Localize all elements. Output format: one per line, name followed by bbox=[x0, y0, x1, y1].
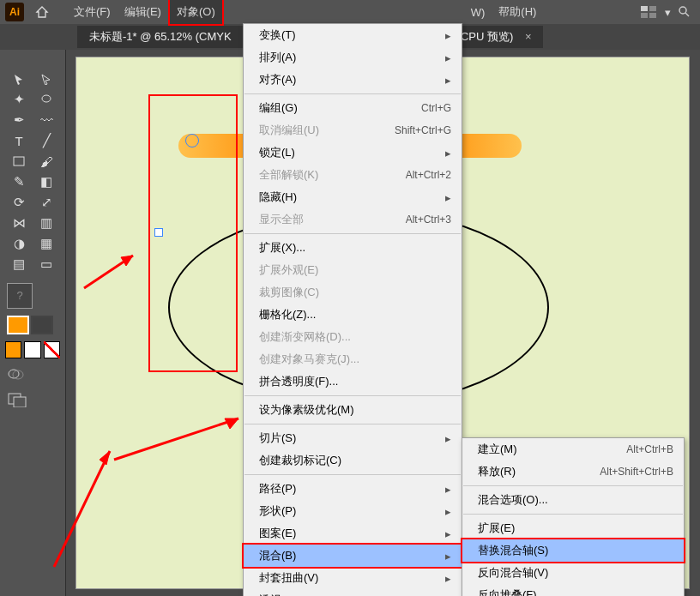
perspective-tool-icon[interactable]: ▦ bbox=[33, 233, 60, 254]
svg-marker-13 bbox=[100, 451, 110, 465]
svg-line-16 bbox=[114, 418, 238, 460]
menu-item[interactable]: 切片(S)▸ bbox=[244, 427, 462, 449]
rotate-tool-icon[interactable]: ⟳ bbox=[5, 192, 33, 213]
gradient-tool-icon[interactable]: ▭ bbox=[33, 254, 60, 274]
submenu-item[interactable]: 反向混合轴(V) bbox=[462, 562, 684, 584]
menu-item-label: 栅格化(Z)... bbox=[259, 307, 316, 322]
shape-builder-tool-icon[interactable]: ◑ bbox=[5, 233, 33, 254]
menu-item[interactable]: 排列(A)▸ bbox=[244, 46, 462, 69]
pen-tool-icon[interactable]: ✒ bbox=[5, 110, 33, 130]
direct-select-tool-icon[interactable] bbox=[33, 69, 60, 89]
color-mode-row bbox=[0, 336, 65, 364]
menu-item-label: 路径(P) bbox=[259, 481, 296, 497]
menu-edit[interactable]: 编辑(E) bbox=[118, 0, 168, 24]
menu-item[interactable]: 路径(P)▸ bbox=[244, 478, 462, 500]
search-icon[interactable] bbox=[678, 5, 691, 19]
menu-file[interactable]: 文件(F) bbox=[67, 0, 118, 24]
eraser-tool-icon[interactable]: ◧ bbox=[33, 172, 60, 192]
submenu-arrow-icon: ▸ bbox=[445, 550, 451, 563]
menu-window-clip[interactable]: W) bbox=[464, 0, 492, 24]
color-gradient-icon[interactable] bbox=[24, 341, 40, 358]
menu-item[interactable]: 设为像素级优化(M) bbox=[244, 399, 462, 421]
submenu-item[interactable]: 建立(M)Alt+Ctrl+B bbox=[462, 438, 684, 461]
svg-rect-11 bbox=[14, 397, 26, 407]
menu-item-label: 编组(G) bbox=[259, 100, 298, 116]
menu-item[interactable]: 对齐(A)▸ bbox=[244, 69, 462, 91]
app-logo: Ai bbox=[5, 3, 24, 21]
svg-point-6 bbox=[42, 95, 51, 102]
menu-item-label: 创建对象马赛克(J)... bbox=[259, 352, 359, 367]
free-transform-tool-icon[interactable]: ▥ bbox=[33, 213, 60, 233]
submenu-item-label: 扩展(E) bbox=[478, 521, 515, 536]
menu-item[interactable]: 混合(B)▸ bbox=[244, 545, 462, 567]
menu-item[interactable]: 创建裁切标记(C) bbox=[244, 449, 462, 472]
fill-swatch[interactable] bbox=[7, 316, 29, 334]
submenu-item[interactable]: 扩展(E) bbox=[462, 517, 684, 539]
menubar: 文件(F) 编辑(E) 对象(O) W) 帮助(H) bbox=[67, 0, 543, 24]
close-icon[interactable]: × bbox=[525, 30, 532, 43]
mesh-tool-icon[interactable]: ▤ bbox=[5, 254, 33, 274]
menu-item[interactable]: 透视(P)▸ bbox=[244, 589, 462, 596]
submenu-item[interactable]: 替换混合轴(S) bbox=[462, 539, 684, 562]
menu-item[interactable]: 扩展(X)... bbox=[244, 237, 462, 259]
workspace-switcher[interactable]: ▾ bbox=[641, 5, 691, 19]
submenu-item-label: 替换混合轴(S) bbox=[478, 543, 548, 558]
app-topbar: Ai 文件(F) 编辑(E) 对象(O) W) 帮助(H) ▾ bbox=[0, 0, 700, 24]
lasso-tool-icon[interactable] bbox=[33, 89, 60, 110]
submenu-arrow-icon: ▸ bbox=[445, 29, 451, 42]
menu-item-label: 显示全部 bbox=[259, 212, 304, 227]
home-icon[interactable] bbox=[33, 3, 51, 21]
shortcut-label: Alt+Ctrl+2 bbox=[406, 169, 451, 181]
submenu-item[interactable]: 释放(R)Alt+Shift+Ctrl+B bbox=[462, 461, 684, 483]
draw-mode-icon[interactable] bbox=[0, 364, 65, 387]
brush-tool-icon[interactable]: 🖌 bbox=[33, 151, 60, 172]
color-none-icon[interactable] bbox=[44, 341, 60, 358]
separator bbox=[244, 424, 461, 424]
submenu-arrow-icon: ▸ bbox=[445, 51, 451, 64]
rectangle-tool-icon[interactable] bbox=[5, 151, 33, 172]
anchor-icon bbox=[154, 228, 163, 237]
color-question-icon[interactable]: ? bbox=[7, 283, 33, 309]
width-tool-icon[interactable]: ⋈ bbox=[5, 213, 33, 233]
type-tool-icon[interactable]: T bbox=[5, 130, 33, 151]
menu-item[interactable]: 拼合透明度(F)... bbox=[244, 370, 462, 393]
magic-wand-tool-icon[interactable]: ✦ bbox=[5, 89, 33, 110]
menu-item[interactable]: 锁定(L)▸ bbox=[244, 141, 462, 164]
menu-item-label: 对齐(A) bbox=[259, 72, 296, 87]
selection-tool-icon[interactable] bbox=[5, 69, 33, 89]
color-solid-icon[interactable] bbox=[5, 341, 21, 358]
menu-item: 扩展外观(E) bbox=[244, 259, 462, 281]
menu-item[interactable]: 隐藏(H)▸ bbox=[244, 186, 462, 208]
curvature-tool-icon[interactable]: 〰 bbox=[33, 110, 60, 130]
stroke-swatch[interactable] bbox=[31, 316, 53, 334]
submenu-item[interactable]: 反向堆叠(F) bbox=[462, 584, 684, 596]
separator bbox=[244, 395, 461, 396]
svg-rect-0 bbox=[641, 6, 648, 11]
svg-point-4 bbox=[679, 7, 686, 14]
menu-item[interactable]: 变换(T)▸ bbox=[244, 24, 462, 46]
menu-item[interactable]: 图案(E)▸ bbox=[244, 522, 462, 545]
shaper-tool-icon[interactable]: ✎ bbox=[5, 172, 33, 192]
separator bbox=[244, 474, 461, 475]
submenu-arrow-icon: ▸ bbox=[445, 527, 451, 540]
menu-item[interactable]: 形状(P)▸ bbox=[244, 500, 462, 522]
menu-object[interactable]: 对象(O) bbox=[168, 0, 224, 26]
menu-item-label: 切片(S) bbox=[259, 430, 296, 446]
anchor-icon bbox=[185, 134, 199, 147]
submenu-item-label: 建立(M) bbox=[478, 442, 517, 457]
screen-mode-icon[interactable] bbox=[0, 387, 65, 415]
menu-item[interactable]: 栅格化(Z)... bbox=[244, 304, 462, 326]
menu-item-label: 封套扭曲(V) bbox=[259, 570, 318, 586]
menu-item-label: 隐藏(H) bbox=[259, 190, 297, 205]
menu-item[interactable]: 编组(G)Ctrl+G bbox=[244, 97, 462, 119]
scale-tool-icon[interactable]: ⤢ bbox=[33, 192, 60, 213]
menu-item[interactable]: 封套扭曲(V)▸ bbox=[244, 567, 462, 589]
menu-item-label: 形状(P) bbox=[259, 503, 296, 519]
submenu-arrow-icon: ▸ bbox=[445, 147, 451, 160]
submenu-arrow-icon: ▸ bbox=[445, 432, 451, 445]
menu-help[interactable]: 帮助(H) bbox=[492, 0, 543, 24]
submenu-item-label: 反向堆叠(F) bbox=[478, 587, 537, 596]
menu-item-label: 图案(E) bbox=[259, 526, 296, 541]
line-tool-icon[interactable]: ╱ bbox=[33, 130, 60, 151]
submenu-item[interactable]: 混合选项(O)... bbox=[462, 489, 684, 511]
